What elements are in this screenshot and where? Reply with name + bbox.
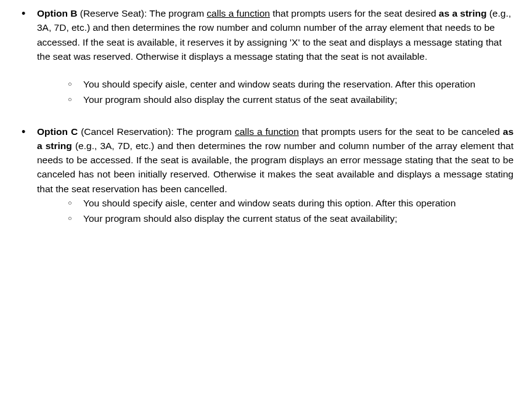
spacer [37,63,514,77]
option-b-as-string: as a string [439,8,487,18]
option-b-sublist: You should specify aisle, center and win… [37,77,514,107]
option-b-label: Option B [37,8,77,18]
option-c-item: Option C (Cancel Reservation): The progr… [18,124,514,226]
option-b-item: Option B (Reserve Seat): The program cal… [18,6,514,113]
option-c-text-1: (Cancel Reservation): The program [78,126,235,137]
option-c-paragraph: Option C (Cancel Reservation): The progr… [37,124,514,196]
spacer [37,108,514,113]
option-c-calls: calls a function [235,126,299,137]
option-c-sub-1-text: You should specify aisle, center and win… [83,198,456,208]
option-c-sub-2-text: Your program should also display the cur… [83,213,398,224]
requirements-list: Option B (Reserve Seat): The program cal… [18,6,514,225]
option-b-paragraph: Option B (Reserve Seat): The program cal… [37,6,514,63]
option-c-sub-2: Your program should also display the cur… [37,211,514,225]
option-b-text-1: (Reserve Seat): The program [77,8,207,18]
option-c-sublist: You should specify aisle, center and win… [37,196,514,226]
option-b-sub-1: You should specify aisle, center and win… [37,77,514,91]
option-b-calls: calls a function [207,8,270,18]
option-b-sub-2-text: Your program should also display the cur… [83,94,398,105]
option-c-text-3: (e.g., 3A, 7D, etc.) and then determines… [37,140,514,194]
option-b-sub-1-text: You should specify aisle, center and win… [83,79,475,89]
option-b-sub-2: Your program should also display the cur… [37,92,514,107]
option-c-text-2: that prompts users for the seat to be ca… [299,126,503,137]
option-b-text-2: that prompts users for the seat desired [270,8,439,18]
option-c-sub-1: You should specify aisle, center and win… [37,196,514,210]
option-c-label: Option C [37,126,78,137]
